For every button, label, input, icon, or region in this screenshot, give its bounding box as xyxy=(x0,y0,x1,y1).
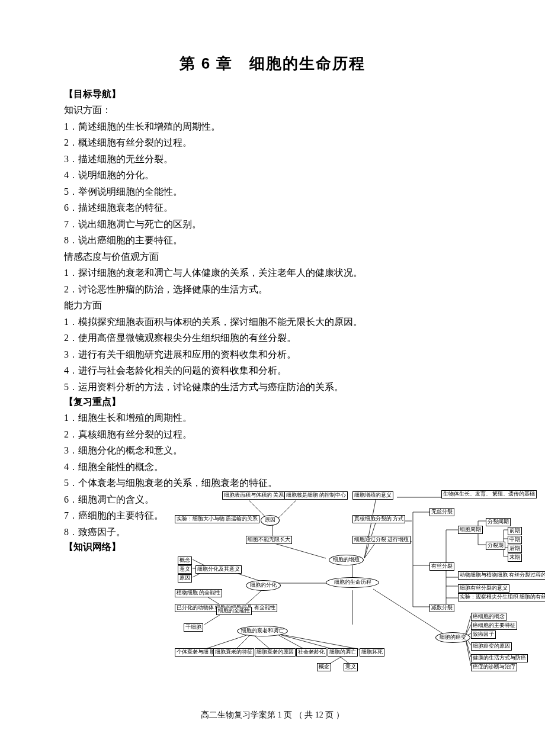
node: 植物细胞 的全能性 xyxy=(175,589,222,597)
node: 细胞增殖的意义 xyxy=(352,491,393,500)
node: 健康的生活方式与防癌 xyxy=(471,654,528,662)
node: 减数分裂 xyxy=(429,604,454,612)
knowledge-item: 6．描述细胞衰老的特征。 xyxy=(64,200,481,216)
ability-item: 2．使用高倍显微镜观察根尖分生组织细胞的有丝分裂。 xyxy=(64,330,481,346)
knowledge-item: 8．说出癌细胞的主要特征。 xyxy=(64,232,481,249)
node: 癌细胞的概念 xyxy=(471,613,506,621)
node-center: 细胞的生命历程 xyxy=(326,577,379,588)
node: 细胞核是细胞 的控制中心 xyxy=(284,491,348,500)
node: 细胞不能无限长大 xyxy=(246,536,292,544)
ability-item: 5．运用资料分析的方法，讨论健康的生活方式与癌症防治的关系。 xyxy=(64,379,481,395)
node: 原因 xyxy=(178,574,192,583)
node: 概念 xyxy=(317,663,331,671)
knowledge-item: 5．举例说明细胞的全能性。 xyxy=(64,184,481,200)
svg-line-9 xyxy=(364,542,376,558)
knowledge-subhead: 知识方面： xyxy=(64,102,481,118)
node: 动物细胞与植物细胞 有丝分裂过程的区别 xyxy=(458,571,545,580)
node: 细胞坏死 xyxy=(360,648,384,657)
node: 意义 xyxy=(344,663,358,671)
concept-map: 细胞的生命历程 细胞表面积与体积的 关系限制细胞的长大 细胞核是细胞 的控制中心… xyxy=(175,488,521,684)
node: 细胞有丝分裂的意义 xyxy=(458,584,509,593)
node: 癌症的诊断与治疗 xyxy=(471,663,517,671)
node: 末期 xyxy=(508,554,522,562)
node: 细胞分化及其意义 xyxy=(195,565,242,574)
review-item: 3．细胞分化的概念和意义。 xyxy=(64,442,481,459)
ability-subhead: 能力方面 xyxy=(64,297,481,314)
page: 第 6 章 细胞的生命历程 【目标导航】 知识方面： 1．简述细胞的生长和增殖的… xyxy=(0,0,545,756)
svg-line-8 xyxy=(373,589,447,636)
svg-line-48 xyxy=(465,616,471,636)
knowledge-item: 7．说出细胞凋亡与死亡的区别。 xyxy=(64,216,481,233)
node: 后期 xyxy=(508,545,522,553)
attitude-item: 1．探讨细胞的衰老和凋亡与人体健康的关系，关注老年人的健康状况。 xyxy=(64,265,481,281)
review-item: 2．真核细胞有丝分裂的过程。 xyxy=(64,426,481,443)
review-item: 4．细胞全能性的概念。 xyxy=(64,459,481,475)
node: 细胞通过分裂 进行增殖 xyxy=(352,536,411,544)
node: 有丝分裂 xyxy=(429,562,454,571)
node: 社会老龄化 xyxy=(296,648,326,657)
node: 致癌因子 xyxy=(471,630,496,639)
ability-item: 3．进行有关干细胞研究进展和应用的资料收集和分析。 xyxy=(64,346,481,363)
attitude-item: 2．讨论恶性肿瘤的防治，选择健康的生活方式。 xyxy=(64,281,481,298)
node: 分裂间期 xyxy=(486,518,511,526)
node: 细胞的分化 xyxy=(246,580,281,591)
node: 前期 xyxy=(508,527,522,535)
page-footer: 高二生物复习学案第 1 页 （ 共 12 页 ） xyxy=(0,710,545,720)
node: 中期 xyxy=(508,536,522,544)
node: 生物体生长、发育、 繁殖、遗传的基础 xyxy=(441,490,537,498)
svg-line-11 xyxy=(364,497,376,558)
node: 癌细胞的主要特征 xyxy=(471,622,517,630)
ability-item: 1．模拟探究细胞表面积与体积的关系，探讨细胞不能无限长大的原因。 xyxy=(64,314,481,330)
node: 真核细胞分裂的 方式 xyxy=(352,515,405,523)
node: 意义 xyxy=(178,565,192,574)
review-heading: 【复习重点】 xyxy=(64,396,481,408)
review-item: 1．细胞生长和增殖的周期性。 xyxy=(64,410,481,426)
node: 细胞的衰老和凋亡 xyxy=(237,626,288,636)
knowledge-item: 4．说明细胞的分化。 xyxy=(64,167,481,184)
node: 细胞癌变的原因 xyxy=(471,642,512,651)
knowledge-item: 3．描述细胞的无丝分裂。 xyxy=(64,151,481,168)
svg-line-4 xyxy=(272,543,326,558)
node: 细胞的癌变 xyxy=(435,632,470,643)
node: 干细胞 xyxy=(184,623,203,632)
node: 细胞衰老的特征 xyxy=(213,648,254,657)
node: 细胞的增殖 xyxy=(329,555,364,565)
node: 分裂期 xyxy=(486,542,505,550)
knowledge-item: 2．概述细胞有丝分裂的过程。 xyxy=(64,134,481,151)
svg-line-1 xyxy=(278,500,296,518)
knowledge-item: 1．简述细胞的生长和增殖的周期性。 xyxy=(64,118,481,135)
node: 概念 xyxy=(178,556,192,565)
ability-item: 4．进行与社会老龄化相关的问题的资料收集和分析。 xyxy=(64,362,481,379)
node: 实验：观察根尖分生组织 细胞的有丝分裂 xyxy=(458,593,545,601)
node: 实验：细胞大小与物 质运输的关系 xyxy=(175,515,259,523)
node: 细胞的凋亡 xyxy=(328,648,358,657)
node: 原因 xyxy=(261,515,280,526)
node: 细胞衰老的原因 xyxy=(255,648,296,657)
page-title: 第 6 章 细胞的生命历程 xyxy=(64,53,481,74)
goals-heading: 【目标导航】 xyxy=(64,88,481,101)
node: 细胞的全能性 xyxy=(216,607,252,615)
node: 无丝分裂 xyxy=(429,508,454,516)
node: 细胞周期 xyxy=(458,526,483,534)
attitude-subhead: 情感态度与价值观方面 xyxy=(64,249,481,265)
